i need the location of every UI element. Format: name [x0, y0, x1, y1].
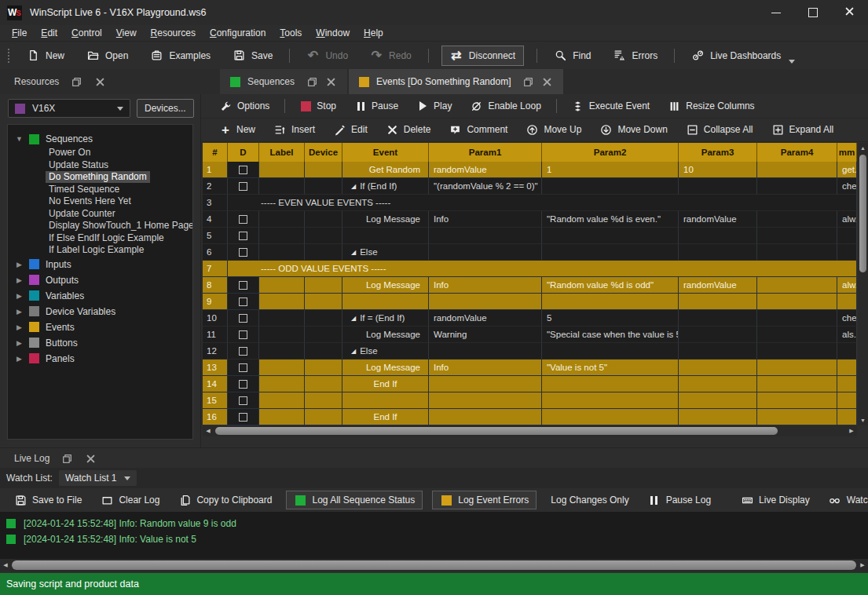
param-cell[interactable]: get.	[837, 162, 857, 178]
param-cell[interactable]	[757, 178, 837, 195]
disable-checkbox[interactable]	[239, 413, 247, 422]
param-cell[interactable]: che	[837, 178, 857, 195]
param-cell[interactable]	[679, 360, 757, 376]
disable-checkbox[interactable]	[239, 232, 247, 240]
label-cell[interactable]	[259, 294, 305, 310]
label-cell[interactable]	[259, 343, 305, 360]
param-cell[interactable]	[837, 294, 857, 310]
close-icon[interactable]	[94, 76, 106, 88]
expander-collapsed-icon[interactable]: ▶	[14, 339, 24, 347]
expander-collapsed-icon[interactable]: ▶	[14, 276, 24, 284]
param-cell[interactable]	[757, 327, 837, 343]
label-cell[interactable]	[259, 327, 305, 343]
param-cell[interactable]: 5	[542, 310, 679, 327]
tree-item-power-on[interactable]: Power On	[8, 147, 192, 159]
column-header-param3[interactable]: Param3	[679, 143, 757, 162]
insert-button[interactable]: Insert	[267, 122, 322, 138]
maximize-button[interactable]	[794, 0, 831, 25]
table-row[interactable]: 2◢If (End If)"(randomValue % 2 == 0)"che	[203, 178, 857, 195]
param-cell[interactable]: als..	[837, 327, 857, 343]
tab-sequences[interactable]: Sequences	[220, 69, 347, 94]
event-cell[interactable]: Log Message	[342, 327, 429, 343]
vscroll-thumb[interactable]	[859, 155, 866, 272]
param-cell[interactable]	[757, 294, 837, 310]
column-header-device[interactable]: Device	[305, 143, 342, 162]
tree-node-panels[interactable]: ▶Panels	[8, 351, 192, 367]
label-cell[interactable]	[259, 310, 305, 327]
resize-columns-button[interactable]: Resize Columns	[661, 98, 761, 115]
popout-icon[interactable]	[306, 76, 318, 88]
tree-item-update-status[interactable]: Update Status	[8, 159, 192, 172]
menu-view[interactable]: View	[109, 27, 144, 38]
table-row[interactable]: 1Get RandomrandomValue110get.	[203, 162, 857, 178]
watch-list-button[interactable]: Watch List	[822, 491, 868, 509]
expander-collapsed-icon[interactable]: ▶	[14, 355, 24, 363]
log-hscroll-thumb[interactable]	[12, 560, 856, 570]
pause-log-button[interactable]: Pause Log	[641, 491, 718, 509]
devices-button[interactable]: Devices...	[137, 99, 194, 118]
param-cell[interactable]	[757, 228, 837, 244]
param-cell[interactable]: randomValue	[679, 211, 757, 228]
tree-item-update-counter[interactable]: Update Counter	[8, 208, 192, 221]
param-cell[interactable]	[679, 294, 757, 310]
scroll-down-icon[interactable]: ▼	[858, 415, 868, 425]
menu-resources[interactable]: Resources	[144, 27, 203, 38]
expander-collapsed-icon[interactable]: ▶	[14, 292, 24, 300]
tree-item-timed-sequence[interactable]: Timed Sequence	[8, 184, 192, 196]
menu-help[interactable]: Help	[357, 27, 390, 38]
errors-button[interactable]: Errors	[606, 46, 666, 65]
param-cell[interactable]	[757, 310, 837, 327]
disable-checkbox[interactable]	[239, 380, 247, 389]
param-cell[interactable]: "(randomValue % 2 == 0)"	[429, 178, 542, 195]
disconnect-button[interactable]: ⇄Disconnect	[441, 46, 524, 66]
device-cell[interactable]	[305, 409, 342, 425]
device-cell[interactable]	[305, 327, 342, 343]
disable-checkbox[interactable]	[239, 166, 247, 174]
table-row[interactable]: 5	[203, 228, 857, 244]
column-header-label[interactable]: Label	[259, 143, 305, 162]
event-cell[interactable]: End If	[342, 409, 429, 425]
label-cell[interactable]	[259, 211, 305, 228]
param-cell[interactable]	[757, 392, 837, 409]
clear-log-button[interactable]: Clear Log	[93, 491, 167, 509]
expander-collapsed-icon[interactable]: ▶	[14, 323, 24, 331]
tree-node-variables[interactable]: ▶Variables	[8, 288, 192, 304]
event-cell[interactable]: ◢If (End If)	[342, 178, 429, 195]
tree-item-no-events-here-yet[interactable]: No Events Here Yet	[8, 195, 192, 208]
disable-checkbox[interactable]	[239, 314, 247, 323]
param-cell[interactable]	[837, 409, 857, 425]
tree-node-inputs[interactable]: ▶Inputs	[8, 257, 192, 272]
table-hscroll-thumb[interactable]	[215, 427, 778, 435]
move-down-button[interactable]: Move Down	[593, 122, 674, 138]
param-cell[interactable]	[542, 228, 679, 244]
close-icon[interactable]	[325, 76, 337, 88]
param-cell[interactable]: Warning	[429, 327, 542, 343]
param-cell[interactable]	[429, 244, 542, 261]
tree-item-do-something-random[interactable]: Do Something Random	[8, 171, 192, 184]
device-cell[interactable]	[305, 343, 342, 360]
label-cell[interactable]	[259, 409, 305, 425]
param-cell[interactable]	[542, 294, 679, 310]
event-cell[interactable]: End If	[342, 376, 429, 392]
column-header-param4[interactable]: Param4	[757, 143, 837, 162]
param-cell[interactable]: "Special case when the value is 5"	[542, 327, 679, 343]
param-cell[interactable]: Info	[429, 360, 542, 376]
log-horizontal-scrollbar[interactable]: ◀ ▶	[0, 559, 868, 571]
table-horizontal-scrollbar[interactable]: ◀ ▶	[203, 425, 857, 436]
table-row[interactable]: 12◢Else	[203, 343, 857, 360]
save-button[interactable]: Save	[225, 46, 280, 65]
label-cell[interactable]	[259, 392, 305, 409]
param-cell[interactable]	[429, 228, 542, 244]
param-cell[interactable]	[429, 376, 542, 392]
param-cell[interactable]	[429, 343, 542, 360]
scroll-left-icon[interactable]: ◀	[203, 425, 214, 436]
device-cell[interactable]	[305, 376, 342, 392]
column-header-d[interactable]: D	[228, 143, 259, 162]
param-cell[interactable]	[542, 244, 679, 261]
execute-event-button[interactable]: Execute Event	[565, 98, 657, 115]
column-header-mm[interactable]: mm	[837, 143, 857, 162]
device-cell[interactable]	[305, 211, 342, 228]
device-cell[interactable]	[305, 310, 342, 327]
new-button[interactable]: New	[19, 46, 72, 65]
new-button[interactable]: +New	[213, 122, 262, 137]
